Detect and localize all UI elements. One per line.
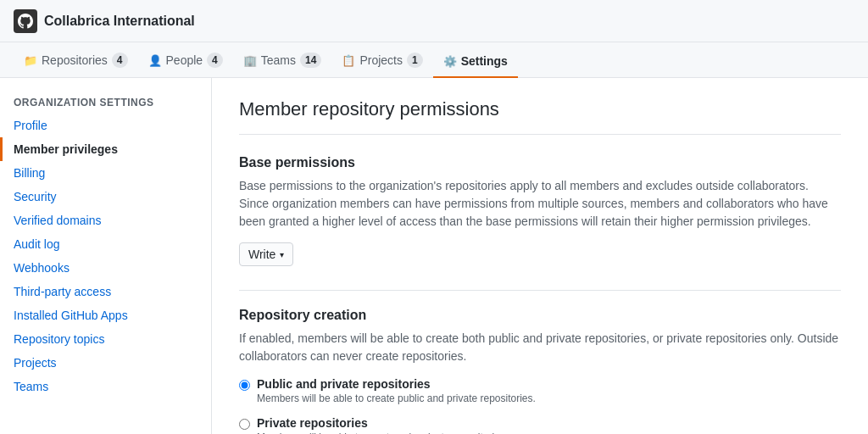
radio-public-private-desc: Members will be able to create public an… xyxy=(257,392,536,404)
tab-repositories-label: Repositories xyxy=(42,53,108,67)
tab-repositories-count: 4 xyxy=(112,53,128,68)
page-title: Member repository permissions xyxy=(239,98,841,135)
org-logo-icon xyxy=(18,14,33,29)
base-permissions-description: Base permissions to the organization's r… xyxy=(239,177,841,231)
tab-teams-label: Teams xyxy=(261,53,296,67)
base-permissions-title: Base permissions xyxy=(239,155,841,170)
repository-creation-description: If enabled, members will be able to crea… xyxy=(239,330,841,365)
radio-public-private-label[interactable]: Public and private repositories xyxy=(257,377,431,391)
teams-icon: 🏢 xyxy=(243,54,257,67)
base-permissions-section: Base permissions Base permissions to the… xyxy=(239,155,841,266)
main-content: Member repository permissions Base permi… xyxy=(212,78,868,434)
org-name: Collabrica International xyxy=(44,14,195,29)
sidebar-item-webhooks[interactable]: Webhooks xyxy=(0,256,211,280)
tab-repositories[interactable]: 📁 Repositories 4 xyxy=(14,44,138,78)
layout: Organization settings Profile Member pri… xyxy=(0,78,868,434)
sidebar-item-repository-topics[interactable]: Repository topics xyxy=(0,327,211,351)
tab-teams[interactable]: 🏢 Teams 14 xyxy=(233,44,332,78)
settings-icon: ⚙️ xyxy=(443,55,457,68)
projects-icon: 📋 xyxy=(342,54,355,67)
chevron-down-icon: ▾ xyxy=(280,250,284,259)
sidebar-item-profile[interactable]: Profile xyxy=(0,114,211,137)
sidebar-item-audit-log[interactable]: Audit log xyxy=(0,232,211,256)
sidebar-item-security[interactable]: Security xyxy=(0,185,211,209)
sidebar-item-projects[interactable]: Projects xyxy=(0,351,211,375)
tab-people-count: 4 xyxy=(207,53,223,68)
sidebar-item-third-party-access[interactable]: Third-party access xyxy=(0,280,211,303)
header: Collabrica International xyxy=(0,0,868,42)
sidebar-item-teams[interactable]: Teams xyxy=(0,375,211,398)
radio-option-private: Private repositories Members will be abl… xyxy=(239,416,841,434)
people-icon: 👤 xyxy=(148,54,162,67)
radio-private-only-label[interactable]: Private repositories xyxy=(257,416,368,430)
sidebar-item-installed-github-apps[interactable]: Installed GitHub Apps xyxy=(0,303,211,327)
tab-settings[interactable]: ⚙️ Settings xyxy=(433,46,518,78)
repository-creation-section: Repository creation If enabled, members … xyxy=(239,308,841,434)
repository-creation-title: Repository creation xyxy=(239,308,841,323)
sidebar-item-billing[interactable]: Billing xyxy=(0,161,211,185)
tab-people[interactable]: 👤 People 4 xyxy=(138,44,233,78)
tab-projects[interactable]: 📋 Projects 1 xyxy=(331,44,432,78)
radio-option-public-private: Public and private repositories Members … xyxy=(239,377,841,404)
sidebar-item-verified-domains[interactable]: Verified domains xyxy=(0,209,211,232)
tab-projects-count: 1 xyxy=(407,53,423,68)
tab-projects-label: Projects xyxy=(359,53,403,67)
sidebar: Organization settings Profile Member pri… xyxy=(0,78,212,434)
tab-teams-count: 14 xyxy=(300,53,321,68)
tab-people-label: People xyxy=(166,53,203,67)
sidebar-heading: Organization settings xyxy=(0,92,211,114)
radio-public-private[interactable] xyxy=(239,380,250,391)
write-dropdown-label: Write xyxy=(248,248,275,261)
nav-tabs: 📁 Repositories 4 👤 People 4 🏢 Teams 14 📋… xyxy=(0,42,868,78)
org-logo xyxy=(14,9,37,33)
section-divider xyxy=(239,290,841,291)
radio-private-only[interactable] xyxy=(239,419,250,430)
sidebar-item-member-privileges[interactable]: Member privileges xyxy=(0,137,211,161)
repositories-icon: 📁 xyxy=(24,54,37,67)
tab-settings-label: Settings xyxy=(461,54,508,68)
write-dropdown-button[interactable]: Write ▾ xyxy=(239,242,293,266)
